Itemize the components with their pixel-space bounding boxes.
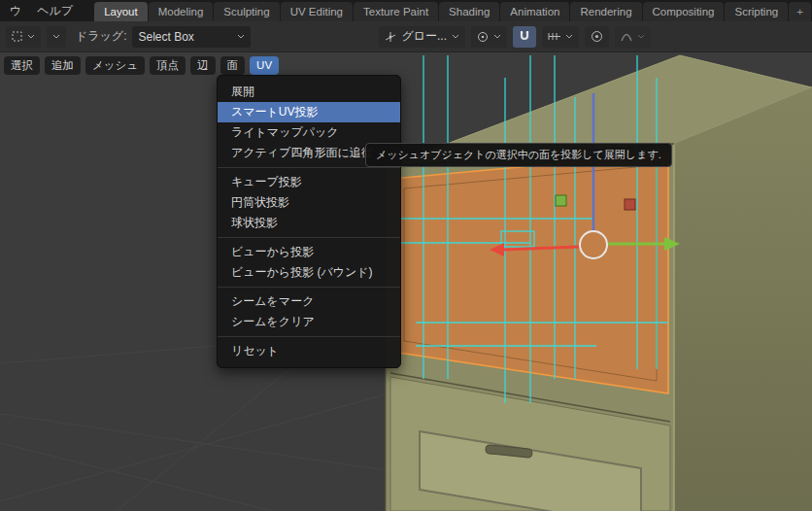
tab-uv-editing[interactable]: UV Editing [281, 2, 353, 21]
snap-increment-icon [548, 31, 560, 42]
chevron-down-icon [637, 34, 645, 39]
menu-item-mark-seam[interactable]: シームをマーク [218, 291, 400, 312]
chevron-down-icon [493, 34, 501, 39]
viewport-3d[interactable]: 選択 追加 メッシュ 頂点 辺 面 UV 展開 スマートUV投影 ライトマップパ… [0, 52, 812, 511]
chevron-down-icon [27, 34, 35, 39]
menu-item-sphere-projection[interactable]: 球状投影 [218, 213, 400, 233]
menu-help[interactable]: ヘルプ [29, 0, 81, 21]
face-marker-green [556, 195, 566, 206]
tab-scripting[interactable]: Scripting [725, 2, 788, 21]
snap-target-dropdown[interactable] [542, 26, 579, 48]
cabinet-side-face[interactable] [674, 87, 812, 511]
workspace-tabs: Layout Modeling Sculpting UV Editing Tex… [94, 0, 811, 21]
proportional-editing-toggle[interactable] [585, 26, 609, 48]
menu-add[interactable]: 追加 [45, 56, 81, 75]
tab-layout[interactable]: Layout [94, 2, 148, 21]
box-select-icon [12, 31, 22, 42]
snap-toggle-button[interactable] [513, 26, 536, 48]
pivot-icon [477, 31, 489, 43]
menu-separator [218, 167, 400, 168]
active-tool-dropdown[interactable] [6, 26, 41, 48]
menu-item-clear-seam[interactable]: シームをクリア [218, 312, 400, 332]
menu-vertex[interactable]: 頂点 [150, 56, 186, 75]
tab-texture-paint[interactable]: Texture Paint [354, 2, 438, 21]
menu-item-smart-uv-project[interactable]: スマートUV投影 [218, 102, 400, 122]
menu-item-project-from-view[interactable]: ビューから投影 [218, 242, 400, 262]
menu-separator [218, 287, 400, 288]
pivot-point-dropdown[interactable] [471, 26, 507, 48]
menu-item-unwrap[interactable]: 展開 [218, 82, 400, 102]
chevron-down-icon [565, 34, 573, 39]
topbar: ウ ヘルプ Layout Modeling Sculpting UV Editi… [0, 0, 812, 21]
menu-separator [218, 336, 400, 337]
falloff-curve-icon [621, 32, 632, 42]
tab-sculpting[interactable]: Sculpting [214, 2, 279, 21]
menu-separator [218, 237, 400, 238]
menu-window[interactable]: ウ [2, 0, 29, 21]
menu-item-reset[interactable]: リセット [218, 341, 400, 361]
drag-label: ドラッグ: [76, 28, 126, 45]
add-workspace-button[interactable]: + [789, 2, 811, 21]
scene-3d[interactable] [0, 52, 812, 511]
tab-animation[interactable]: Animation [500, 2, 569, 21]
transform-orientation-dropdown[interactable]: グロー... [379, 26, 465, 48]
menu-mesh[interactable]: メッシュ [85, 56, 145, 75]
menu-select[interactable]: 選択 [4, 56, 40, 75]
menu-item-lightmap-pack[interactable]: ライトマップパック [218, 122, 400, 143]
tab-modeling[interactable]: Modeling [149, 2, 214, 21]
menu-item-cylinder-projection[interactable]: 円筒状投影 [218, 192, 400, 213]
viewport-options-cluster: グロー... [379, 26, 651, 48]
orientation-icon [385, 31, 396, 43]
tool-settings-bar: ドラッグ: Select Box グロー... [0, 21, 812, 52]
chevron-down-icon [452, 34, 459, 39]
tool-fallback-dropdown[interactable] [47, 26, 66, 48]
proportional-editing-icon [591, 30, 603, 43]
tab-compositing[interactable]: Compositing [643, 2, 725, 21]
tab-rendering[interactable]: Rendering [570, 2, 641, 21]
menu-item-project-from-view-bounds[interactable]: ビューから投影 (バウンド) [218, 262, 400, 283]
tooltip: メッシュオブジェクトの選択中の面を投影して展開します. [365, 143, 672, 167]
topbar-menus: ウ ヘルプ [0, 0, 81, 21]
orientation-value: グロー... [401, 28, 447, 45]
magnet-icon [519, 30, 530, 43]
menu-edge[interactable]: 辺 [190, 56, 216, 75]
blender-window: ウ ヘルプ Layout Modeling Sculpting UV Editi… [0, 0, 812, 511]
menu-uv[interactable]: UV [250, 56, 279, 75]
menu-item-cube-projection[interactable]: キューブ投影 [218, 172, 400, 192]
chevron-down-icon [52, 34, 60, 39]
select-mode-dropdown[interactable]: Select Box [132, 26, 251, 48]
chevron-down-icon [237, 34, 245, 39]
viewport-header: 選択 追加 メッシュ 頂点 辺 面 UV [4, 56, 279, 75]
tab-shading[interactable]: Shading [439, 2, 499, 21]
face-marker-red [625, 199, 635, 210]
proportional-falloff-dropdown[interactable] [615, 26, 651, 48]
menu-face[interactable]: 面 [220, 56, 246, 75]
uv-dropdown-menu: 展開 スマートUV投影 ライトマップパック アクティブ四角形面に追従 キューブ投… [217, 75, 401, 368]
select-mode-value: Select Box [138, 30, 193, 44]
